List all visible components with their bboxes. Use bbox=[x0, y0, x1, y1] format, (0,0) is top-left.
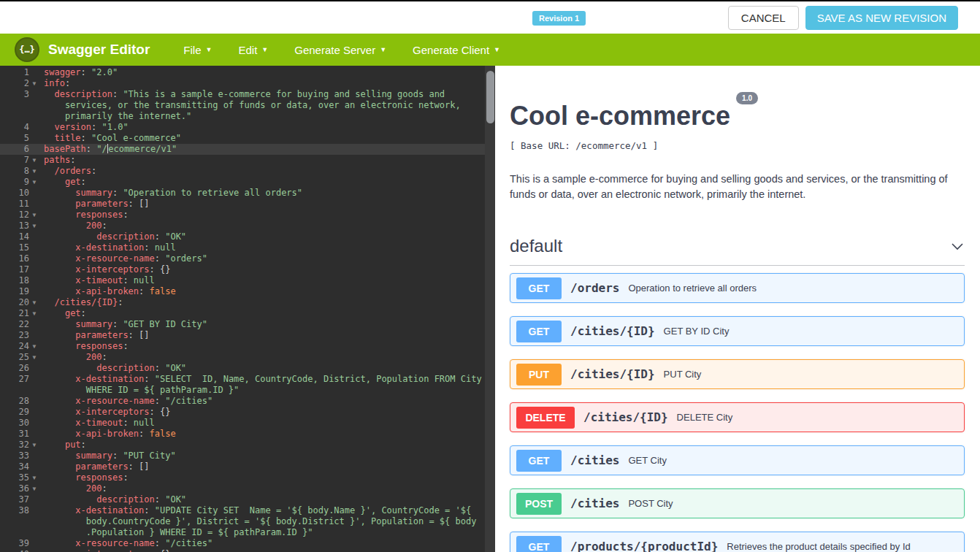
operation-row-put-cities-ID[interactable]: PUT/cities/{ID}PUT City bbox=[510, 359, 965, 389]
code-line[interactable]: 2▼info: bbox=[0, 78, 495, 89]
code-line[interactable]: 36▼ 200: bbox=[0, 483, 495, 494]
code-line[interactable]: 30 x-timeout: null bbox=[0, 418, 495, 429]
menu-item-label: Edit bbox=[238, 44, 257, 56]
yaml-code-editor[interactable]: 1swagger: "2.0"2▼info:3 description: "Th… bbox=[0, 66, 495, 552]
editor-scrollbar[interactable] bbox=[485, 66, 495, 552]
fold-arrow-icon[interactable]: ▼ bbox=[29, 78, 39, 89]
code-line[interactable]: 26 description: "OK" bbox=[0, 363, 495, 374]
code-line[interactable]: 15 x-destination: null bbox=[0, 242, 495, 253]
fold-gutter bbox=[29, 451, 39, 461]
code-line[interactable]: 22 summary: "GET BY ID City" bbox=[0, 319, 495, 330]
code-line[interactable]: 17 x-interceptors: {} bbox=[0, 264, 495, 275]
operation-row-get-cities[interactable]: GET/citiesGET City bbox=[510, 445, 965, 475]
code-line[interactable]: body.CountryCode }', District = '${ body… bbox=[0, 516, 495, 527]
code-text: description: "OK" bbox=[39, 363, 186, 374]
line-number: 35 bbox=[0, 472, 29, 483]
fold-arrow-icon[interactable]: ▼ bbox=[29, 297, 39, 308]
code-line[interactable]: 9▼ get: bbox=[0, 177, 495, 188]
code-text: description: "OK" bbox=[39, 231, 186, 242]
fold-arrow-icon[interactable]: ▼ bbox=[29, 440, 39, 451]
chevron-down-icon[interactable] bbox=[950, 239, 965, 253]
code-line[interactable]: 8▼ /orders: bbox=[0, 166, 495, 177]
code-line[interactable]: 34 parameters: [] bbox=[0, 461, 495, 472]
code-text: x-api-broken: false bbox=[39, 286, 176, 297]
line-number: 2 bbox=[0, 78, 29, 89]
code-line[interactable]: 39 x-resource-name: "/cities" bbox=[0, 538, 495, 549]
code-line[interactable]: 13▼ 200: bbox=[0, 221, 495, 231]
code-line[interactable]: 25▼ 200: bbox=[0, 352, 495, 363]
line-number: 22 bbox=[0, 319, 29, 330]
fold-arrow-icon[interactable]: ▼ bbox=[29, 210, 39, 221]
code-line[interactable]: 5 title: "Cool e-commerce" bbox=[0, 133, 495, 144]
code-line[interactable]: 24▼ responses: bbox=[0, 341, 495, 352]
code-line[interactable]: 32▼ put: bbox=[0, 440, 495, 451]
code-line[interactable]: .Population } WHERE ID = ${ pathParam.ID… bbox=[0, 527, 495, 538]
code-line[interactable]: 33 summary: "PUT City" bbox=[0, 451, 495, 461]
fold-arrow-icon[interactable]: ▼ bbox=[29, 166, 39, 177]
code-line[interactable]: 37 description: "OK" bbox=[0, 494, 495, 505]
fold-arrow-icon[interactable]: ▼ bbox=[29, 341, 39, 352]
operation-row-get-orders[interactable]: GET/ordersOperation to retrieve all orde… bbox=[510, 273, 965, 303]
code-line[interactable]: 12▼ responses: bbox=[0, 210, 495, 221]
code-text: description: "OK" bbox=[39, 494, 186, 505]
code-line[interactable]: 31 x-api-broken: false bbox=[0, 429, 495, 440]
save-as-new-revision-button[interactable]: SAVE AS NEW REVISION bbox=[805, 6, 958, 30]
code-line[interactable]: 21▼ get: bbox=[0, 308, 495, 319]
code-line[interactable]: 40 x-interceptors: {} bbox=[0, 549, 495, 552]
tag-section-header[interactable]: default bbox=[510, 236, 965, 266]
code-line[interactable]: 27 x-destination: "SELECT ID, Name, Coun… bbox=[0, 374, 495, 385]
fold-arrow-icon[interactable]: ▼ bbox=[29, 221, 39, 231]
code-line[interactable]: 10 summary: "Operation to retrieve all o… bbox=[0, 188, 495, 199]
code-line[interactable]: 35▼ responses: bbox=[0, 472, 495, 483]
code-line[interactable]: 7▼paths: bbox=[0, 155, 495, 166]
operation-row-delete-cities-ID[interactable]: DELETE/cities/{ID}DELETE City bbox=[510, 402, 965, 432]
line-number: 8 bbox=[0, 166, 29, 177]
code-text: WHERE ID = ${ pathParam.ID }" bbox=[39, 385, 239, 396]
line-number: 32 bbox=[0, 440, 29, 451]
fold-arrow-icon[interactable]: ▼ bbox=[29, 155, 39, 166]
code-line[interactable]: 29 x-interceptors: {} bbox=[0, 407, 495, 418]
fold-gutter bbox=[29, 111, 39, 122]
fold-arrow-icon[interactable]: ▼ bbox=[29, 472, 39, 483]
code-line[interactable]: 1swagger: "2.0" bbox=[0, 67, 495, 78]
operation-path: /cities/{ID} bbox=[583, 410, 668, 424]
editor-scrollbar-thumb[interactable] bbox=[486, 71, 494, 123]
operation-summary: Operation to retrieve all orders bbox=[628, 283, 757, 294]
menu-item-generate-client[interactable]: Generate Client▼ bbox=[413, 44, 500, 56]
fold-gutter bbox=[29, 538, 39, 549]
code-line[interactable]: 23 parameters: [] bbox=[0, 330, 495, 341]
menu-item-generate-server[interactable]: Generate Server▼ bbox=[294, 44, 386, 56]
fold-arrow-icon[interactable]: ▼ bbox=[29, 177, 39, 188]
code-line[interactable]: 18 x-timeout: null bbox=[0, 275, 495, 286]
cancel-button[interactable]: CANCEL bbox=[728, 6, 799, 30]
code-line[interactable]: 16 x-resource-name: "orders" bbox=[0, 253, 495, 264]
fold-arrow-icon[interactable]: ▼ bbox=[29, 352, 39, 363]
code-line[interactable]: 3 description: "This is a sample e-comme… bbox=[0, 89, 495, 100]
code-text: 200: bbox=[39, 221, 107, 231]
code-line[interactable]: 11 parameters: [] bbox=[0, 199, 495, 210]
code-line[interactable]: 20▼ /cities/{ID}: bbox=[0, 297, 495, 308]
code-line[interactable]: 38 x-destination: "UPDATE City SET Name … bbox=[0, 505, 495, 516]
fold-arrow-icon[interactable]: ▼ bbox=[29, 483, 39, 494]
method-badge: GET bbox=[516, 277, 562, 299]
code-text: x-resource-name: "/cities" bbox=[39, 538, 213, 549]
code-line[interactable]: 28 x-resource-name: "/cities" bbox=[0, 396, 495, 407]
operation-row-post-cities[interactable]: POST/citiesPOST City bbox=[510, 488, 965, 518]
code-line[interactable]: 6basePath: "/ecommerce/v1" bbox=[0, 144, 495, 155]
code-text: info: bbox=[39, 78, 70, 89]
operation-row-get-cities-ID[interactable]: GET/cities/{ID}GET BY ID City bbox=[510, 316, 965, 346]
menu-item-label: Generate Client bbox=[413, 44, 489, 56]
code-line[interactable]: primarily the internet." bbox=[0, 111, 495, 122]
fold-gutter bbox=[29, 133, 39, 144]
menu-item-edit[interactable]: Edit▼ bbox=[238, 44, 268, 56]
code-line[interactable]: WHERE ID = ${ pathParam.ID }" bbox=[0, 385, 495, 396]
operation-row-get-products-productId[interactable]: GET/products/{productId}Retrieves the pr… bbox=[510, 532, 965, 552]
code-line[interactable]: services, or the transmitting of funds o… bbox=[0, 100, 495, 111]
code-line[interactable]: 19 x-api-broken: false bbox=[0, 286, 495, 297]
code-text: x-destination: "UPDATE City SET Name = '… bbox=[39, 505, 471, 516]
menu-item-file[interactable]: File▼ bbox=[183, 44, 212, 56]
fold-arrow-icon[interactable]: ▼ bbox=[29, 308, 39, 319]
code-line[interactable]: 4 version: "1.0" bbox=[0, 122, 495, 133]
code-line[interactable]: 14 description: "OK" bbox=[0, 231, 495, 242]
line-number: 28 bbox=[0, 396, 29, 407]
